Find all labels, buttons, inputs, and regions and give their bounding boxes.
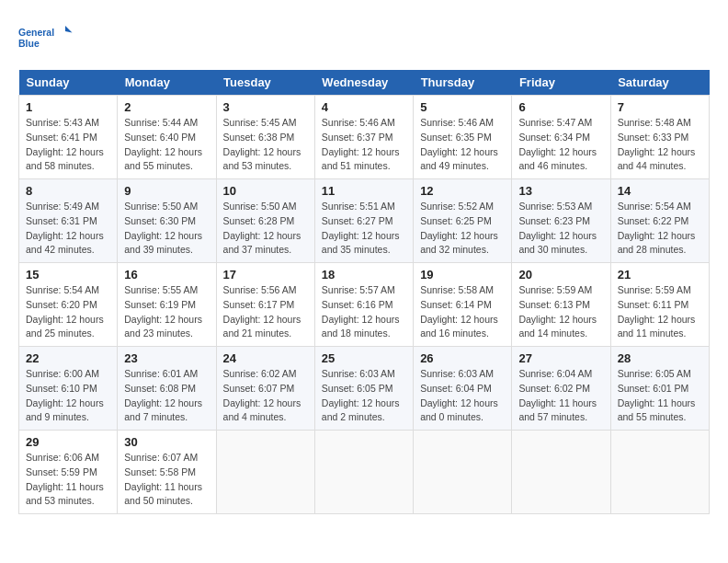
day-number: 29 [26, 435, 110, 449]
day-number: 1 [26, 100, 110, 114]
calendar-cell [414, 431, 512, 514]
calendar-cell: 17Sunrise: 5:56 AMSunset: 6:17 PMDayligh… [216, 263, 314, 347]
calendar-cell [216, 431, 314, 514]
day-info: Sunrise: 5:56 AMSunset: 6:17 PMDaylight:… [223, 283, 308, 341]
day-info: Sunrise: 5:54 AMSunset: 6:22 PMDaylight:… [618, 200, 702, 258]
day-number: 19 [420, 268, 505, 282]
calendar-week-3: 15Sunrise: 5:54 AMSunset: 6:20 PMDayligh… [19, 263, 710, 347]
calendar-cell: 12Sunrise: 5:52 AMSunset: 6:25 PMDayligh… [414, 179, 512, 263]
day-number: 4 [322, 100, 406, 114]
day-number: 11 [322, 184, 406, 198]
day-info: Sunrise: 5:57 AMSunset: 6:16 PMDaylight:… [322, 283, 406, 341]
day-info: Sunrise: 5:55 AMSunset: 6:19 PMDaylight:… [124, 283, 209, 341]
day-info: Sunrise: 5:50 AMSunset: 6:28 PMDaylight:… [223, 200, 308, 258]
day-info: Sunrise: 5:48 AMSunset: 6:33 PMDaylight:… [618, 116, 702, 174]
day-info: Sunrise: 6:06 AMSunset: 5:59 PMDaylight:… [26, 451, 110, 509]
calendar-week-4: 22Sunrise: 6:00 AMSunset: 6:10 PMDayligh… [19, 347, 710, 431]
day-info: Sunrise: 6:03 AMSunset: 6:04 PMDaylight:… [420, 367, 505, 425]
calendar-week-2: 8Sunrise: 5:49 AMSunset: 6:31 PMDaylight… [19, 179, 710, 263]
day-number: 22 [26, 351, 110, 365]
day-number: 30 [124, 435, 209, 449]
day-number: 7 [618, 100, 702, 114]
weekday-header-row: SundayMondayTuesdayWednesdayThursdayFrid… [19, 70, 710, 96]
day-info: Sunrise: 5:45 AMSunset: 6:38 PMDaylight:… [223, 116, 308, 174]
day-info: Sunrise: 6:03 AMSunset: 6:05 PMDaylight:… [322, 367, 406, 425]
day-info: Sunrise: 5:44 AMSunset: 6:40 PMDaylight:… [124, 116, 209, 174]
calendar-cell [610, 431, 709, 514]
day-number: 8 [26, 184, 110, 198]
day-number: 20 [518, 268, 603, 282]
day-number: 3 [223, 100, 308, 114]
day-number: 16 [124, 268, 209, 282]
day-info: Sunrise: 5:51 AMSunset: 6:27 PMDaylight:… [322, 200, 406, 258]
calendar-cell: 7Sunrise: 5:48 AMSunset: 6:33 PMDaylight… [610, 96, 709, 179]
day-number: 28 [618, 351, 702, 365]
calendar-body: 1Sunrise: 5:43 AMSunset: 6:41 PMDaylight… [19, 96, 710, 514]
calendar-cell: 4Sunrise: 5:46 AMSunset: 6:37 PMDaylight… [314, 96, 413, 179]
day-number: 9 [124, 184, 209, 198]
page-header: General Blue [18, 18, 710, 55]
weekday-saturday: Saturday [610, 70, 709, 96]
day-info: Sunrise: 5:53 AMSunset: 6:23 PMDaylight:… [518, 200, 603, 258]
day-info: Sunrise: 6:04 AMSunset: 6:02 PMDaylight:… [518, 367, 603, 425]
weekday-friday: Friday [512, 70, 610, 96]
calendar-table: SundayMondayTuesdayWednesdayThursdayFrid… [18, 70, 710, 514]
calendar-cell: 29Sunrise: 6:06 AMSunset: 5:59 PMDayligh… [19, 431, 118, 514]
day-info: Sunrise: 5:59 AMSunset: 6:13 PMDaylight:… [518, 283, 603, 341]
calendar-cell: 5Sunrise: 5:46 AMSunset: 6:35 PMDaylight… [414, 96, 512, 179]
day-info: Sunrise: 5:59 AMSunset: 6:11 PMDaylight:… [618, 283, 702, 341]
calendar-cell: 23Sunrise: 6:01 AMSunset: 6:08 PMDayligh… [118, 347, 216, 431]
calendar-week-5: 29Sunrise: 6:06 AMSunset: 5:59 PMDayligh… [19, 431, 710, 514]
calendar-cell: 26Sunrise: 6:03 AMSunset: 6:04 PMDayligh… [414, 347, 512, 431]
day-info: Sunrise: 5:47 AMSunset: 6:34 PMDaylight:… [518, 116, 603, 174]
calendar-cell: 14Sunrise: 5:54 AMSunset: 6:22 PMDayligh… [610, 179, 709, 263]
day-number: 24 [223, 351, 308, 365]
svg-text:Blue: Blue [18, 38, 40, 49]
day-info: Sunrise: 6:00 AMSunset: 6:10 PMDaylight:… [26, 367, 110, 425]
day-info: Sunrise: 5:54 AMSunset: 6:20 PMDaylight:… [26, 283, 110, 341]
day-number: 17 [223, 268, 308, 282]
day-info: Sunrise: 5:52 AMSunset: 6:25 PMDaylight:… [420, 200, 505, 258]
weekday-monday: Monday [118, 70, 216, 96]
calendar-cell: 10Sunrise: 5:50 AMSunset: 6:28 PMDayligh… [216, 179, 314, 263]
weekday-thursday: Thursday [414, 70, 512, 96]
day-number: 13 [518, 184, 603, 198]
svg-marker-2 [65, 26, 73, 33]
day-info: Sunrise: 5:58 AMSunset: 6:14 PMDaylight:… [420, 283, 505, 341]
calendar-cell: 20Sunrise: 5:59 AMSunset: 6:13 PMDayligh… [512, 263, 610, 347]
day-number: 5 [420, 100, 505, 114]
day-info: Sunrise: 6:05 AMSunset: 6:01 PMDaylight:… [618, 367, 702, 425]
calendar-cell [314, 431, 413, 514]
day-number: 14 [618, 184, 702, 198]
day-number: 27 [518, 351, 603, 365]
calendar-cell: 18Sunrise: 5:57 AMSunset: 6:16 PMDayligh… [314, 263, 413, 347]
svg-text:General: General [18, 27, 54, 38]
day-info: Sunrise: 5:50 AMSunset: 6:30 PMDaylight:… [124, 200, 209, 258]
calendar-cell: 22Sunrise: 6:00 AMSunset: 6:10 PMDayligh… [19, 347, 118, 431]
day-number: 21 [618, 268, 702, 282]
calendar-cell: 6Sunrise: 5:47 AMSunset: 6:34 PMDaylight… [512, 96, 610, 179]
weekday-sunday: Sunday [19, 70, 118, 96]
calendar-cell: 2Sunrise: 5:44 AMSunset: 6:40 PMDaylight… [118, 96, 216, 179]
calendar-cell: 27Sunrise: 6:04 AMSunset: 6:02 PMDayligh… [512, 347, 610, 431]
day-number: 23 [124, 351, 209, 365]
calendar-cell: 15Sunrise: 5:54 AMSunset: 6:20 PMDayligh… [19, 263, 118, 347]
day-info: Sunrise: 5:43 AMSunset: 6:41 PMDaylight:… [26, 116, 110, 174]
day-number: 6 [518, 100, 603, 114]
calendar-cell: 30Sunrise: 6:07 AMSunset: 5:58 PMDayligh… [118, 431, 216, 514]
day-number: 18 [322, 268, 406, 282]
day-info: Sunrise: 6:07 AMSunset: 5:58 PMDaylight:… [124, 451, 209, 509]
day-info: Sunrise: 5:46 AMSunset: 6:37 PMDaylight:… [322, 116, 406, 174]
calendar-cell: 21Sunrise: 5:59 AMSunset: 6:11 PMDayligh… [610, 263, 709, 347]
day-info: Sunrise: 6:02 AMSunset: 6:07 PMDaylight:… [223, 367, 308, 425]
day-info: Sunrise: 6:01 AMSunset: 6:08 PMDaylight:… [124, 367, 209, 425]
day-number: 10 [223, 184, 308, 198]
day-number: 26 [420, 351, 505, 365]
day-info: Sunrise: 5:49 AMSunset: 6:31 PMDaylight:… [26, 200, 110, 258]
calendar-cell: 13Sunrise: 5:53 AMSunset: 6:23 PMDayligh… [512, 179, 610, 263]
calendar-cell: 28Sunrise: 6:05 AMSunset: 6:01 PMDayligh… [610, 347, 709, 431]
weekday-wednesday: Wednesday [314, 70, 413, 96]
calendar-cell: 24Sunrise: 6:02 AMSunset: 6:07 PMDayligh… [216, 347, 314, 431]
calendar-cell: 9Sunrise: 5:50 AMSunset: 6:30 PMDaylight… [118, 179, 216, 263]
calendar-cell: 11Sunrise: 5:51 AMSunset: 6:27 PMDayligh… [314, 179, 413, 263]
